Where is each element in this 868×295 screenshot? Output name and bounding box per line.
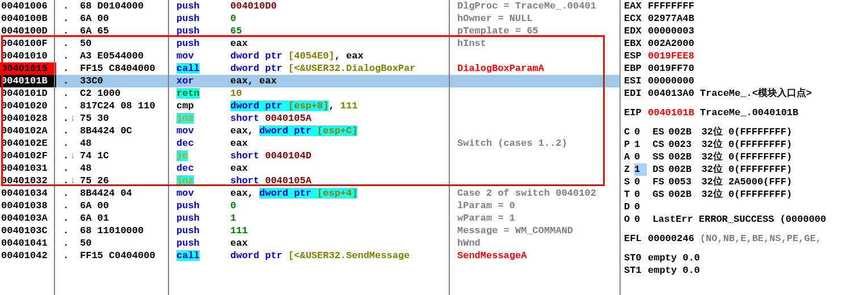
mnemonic[interactable]: push [176, 200, 230, 212]
hex-bytes[interactable]: 8B4424 04 [80, 187, 176, 200]
address[interactable]: 00401041 [0, 237, 56, 250]
disasm-row[interactable]: 0040101D.C2 1000retn10 [0, 87, 620, 100]
address[interactable]: 00401042 [0, 250, 56, 262]
registers-pane[interactable]: EAXFFFFFFFFECX02977A4BEDX00000003EBX002A… [621, 0, 868, 295]
hex-bytes[interactable]: 74 1C [80, 150, 176, 162]
hex-bytes[interactable]: 817C24 08 110 [80, 100, 176, 112]
hex-bytes[interactable]: 68 D0104000 [80, 0, 176, 12]
register-value[interactable]: 00000000 [648, 75, 694, 87]
mnemonic[interactable]: call [176, 62, 230, 75]
operands[interactable]: eax [230, 237, 457, 250]
flag-value[interactable]: 0 [634, 213, 647, 226]
register-value[interactable]: 00000246 [648, 233, 694, 245]
comment[interactable] [457, 75, 616, 87]
hex-bytes[interactable]: 6A 00 [80, 12, 176, 25]
operands[interactable]: dword ptr [<&USER32.DialogBoxPar [230, 62, 457, 75]
comment[interactable]: DialogBoxParamA [457, 62, 616, 75]
address[interactable]: 0040102F [0, 150, 56, 162]
register-value[interactable]: empty 0.0 [648, 265, 700, 276]
flag-row[interactable]: A0 SS002B 32位 0(FFFFFFFF) [624, 151, 865, 163]
operands[interactable]: 0 [230, 200, 457, 212]
disasm-row[interactable]: 0040100B.6A 00push0hOwner = NULL [0, 12, 620, 25]
comment[interactable] [457, 50, 616, 62]
register-row[interactable]: EBX002A2000 [624, 37, 865, 50]
mnemonic[interactable]: mov [176, 50, 230, 62]
register-value[interactable]: FFFFFFFF [648, 0, 694, 12]
address[interactable]: 0040102A [0, 125, 56, 137]
address[interactable]: 00401010 [0, 50, 56, 62]
operands[interactable]: 0 [230, 12, 457, 25]
segment-value[interactable]: 0023 [668, 138, 696, 151]
mnemonic[interactable]: push [176, 237, 230, 250]
segment-value[interactable]: 002B [668, 163, 696, 176]
address[interactable]: 0040103C [0, 225, 56, 237]
operands[interactable]: 004010D0 [230, 0, 457, 12]
disasm-row[interactable]: 00401010.A3 E0544000movdword ptr [4054E0… [0, 50, 620, 62]
disasm-row[interactable]: 0040100F.50pusheaxhInst [0, 37, 620, 50]
address[interactable]: 00401015 [0, 62, 56, 75]
hex-bytes[interactable]: 75 30 [80, 112, 176, 125]
register-value[interactable]: empty 0.0 [648, 252, 700, 263]
mnemonic[interactable]: jnz [176, 175, 230, 187]
address[interactable]: 00401020 [0, 100, 56, 112]
operands[interactable]: dword ptr [4054E0], eax [230, 50, 457, 62]
comment[interactable]: hWnd [457, 237, 616, 250]
register-row[interactable]: EBP0019FF70 [624, 62, 865, 75]
mnemonic[interactable]: call [176, 250, 230, 262]
segment-value[interactable]: 002B [668, 126, 696, 138]
register-value[interactable]: 02977A4B [648, 12, 694, 25]
hex-bytes[interactable]: 6A 00 [80, 200, 176, 212]
disasm-row[interactable]: 00401006.68 D0104000push004010D0DlgProc … [0, 0, 620, 12]
flag-value[interactable]: 0 [634, 188, 647, 201]
hex-bytes[interactable]: 75 26 [80, 175, 176, 187]
disasm-row[interactable]: 00401032.↓75 26jnzshort 0040105A [0, 175, 620, 187]
address[interactable]: 0040102E [0, 137, 56, 150]
hex-bytes[interactable]: 50 [80, 237, 176, 250]
disasm-row[interactable]: 0040103A.6A 01push1wParam = 1 [0, 212, 620, 225]
comment[interactable] [457, 162, 616, 175]
hex-bytes[interactable]: 33C0 [80, 75, 176, 87]
mnemonic[interactable]: push [176, 25, 230, 37]
flag-value[interactable]: 1 [634, 138, 647, 151]
flag-value[interactable]: 0 [634, 126, 647, 138]
operands[interactable]: eax [230, 137, 457, 150]
hex-bytes[interactable]: 8B4424 0C [80, 125, 176, 137]
segment-value[interactable]: 0053 [668, 176, 696, 188]
flag-row[interactable]: O0 LastErr ERROR_SUCCESS (0000000 [624, 213, 865, 226]
address[interactable]: 0040101D [0, 87, 56, 100]
register-row[interactable]: EDX00000003 [624, 25, 865, 37]
flag-row[interactable]: C0 ES002B 32位 0(FFFFFFFF) [624, 126, 865, 138]
hex-bytes[interactable]: 68 11010000 [80, 225, 176, 237]
address[interactable]: 0040100F [0, 37, 56, 50]
comment[interactable]: DlgProc = TraceMe_.00401 [457, 0, 616, 12]
hex-bytes[interactable]: 6A 01 [80, 212, 176, 225]
address[interactable]: 0040101B [0, 75, 56, 87]
hex-bytes[interactable]: A3 E0544000 [80, 50, 176, 62]
disasm-row[interactable]: 00401015.FF15 C8404000calldword ptr [<&U… [0, 62, 620, 75]
mnemonic[interactable]: push [176, 212, 230, 225]
segment-value[interactable]: 002B [668, 151, 696, 163]
address[interactable]: 0040100B [0, 12, 56, 25]
flag-value[interactable]: 1 [634, 163, 647, 176]
register-value[interactable]: 00000003 [648, 25, 694, 37]
disasm-row[interactable]: 00401020.817C24 08 110cmpdword ptr [esp+… [0, 100, 620, 112]
comment[interactable]: hOwner = NULL [457, 12, 616, 25]
operands[interactable]: short 0040105A [230, 112, 457, 125]
flag-row[interactable]: D0 [624, 201, 865, 213]
comment[interactable] [457, 150, 616, 162]
comment[interactable] [457, 100, 616, 112]
disasm-row[interactable]: 0040102A.8B4424 0Cmoveax, dword ptr [esp… [0, 125, 620, 137]
hex-bytes[interactable]: C2 1000 [80, 87, 176, 100]
operands[interactable]: dword ptr [esp+8], 111 [230, 100, 457, 112]
disasm-row[interactable]: 0040102E.48deceaxSwitch (cases 1..2) [0, 137, 620, 150]
address[interactable]: 0040103A [0, 212, 56, 225]
disassembly-pane[interactable]: 00401006.68 D0104000push004010D0DlgProc … [0, 0, 621, 295]
operands[interactable]: 111 [230, 225, 457, 237]
fpu-row[interactable]: ST0empty 0.0 [624, 252, 865, 264]
register-row[interactable]: EIP0040101B TraceMe_.0040101B [624, 107, 865, 119]
hex-bytes[interactable]: 50 [80, 37, 176, 50]
flag-row[interactable]: Z1 DS002B 32位 0(FFFFFFFF) [624, 163, 865, 176]
mnemonic[interactable]: mov [176, 187, 230, 200]
operands[interactable]: 65 [230, 25, 457, 37]
operands[interactable]: eax [230, 162, 457, 175]
